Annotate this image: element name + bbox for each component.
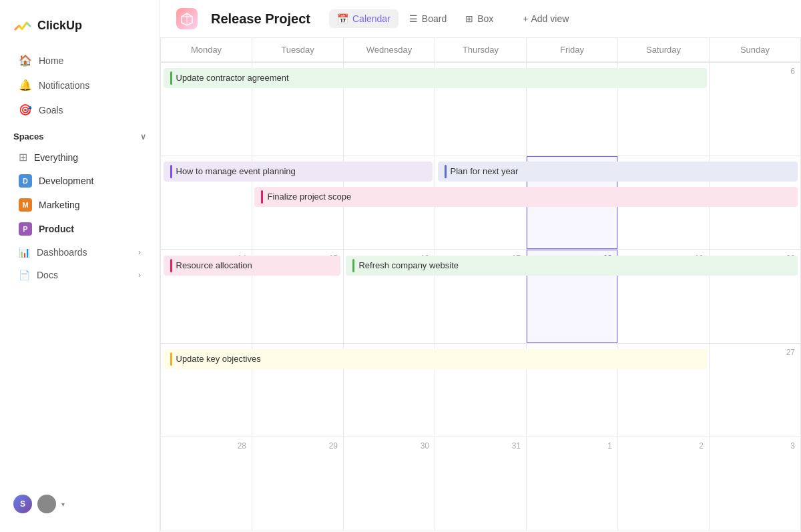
day-header-tuesday: Tuesday — [252, 38, 344, 62]
box-icon: ⊞ — [465, 13, 473, 24]
calendar-cell-4-5[interactable]: 2 — [618, 437, 710, 531]
user-dropdown-icon[interactable]: ▾ — [61, 501, 65, 508]
cell-inner-4-5: 2 — [618, 437, 709, 531]
calendar-cell-4-4[interactable]: 1 — [527, 437, 618, 531]
sidebar-item-development-label: Development — [39, 176, 94, 186]
task-indicator-1-0 — [170, 165, 172, 178]
task-bar-0-0[interactable]: Update contractor agreement — [164, 68, 707, 88]
development-avatar: D — [19, 174, 32, 188]
calendar-week-4: 28293031123 — [161, 437, 801, 531]
day-header-wednesday: Wednesday — [344, 38, 435, 62]
calendar: Monday Tuesday Wednesday Thursday Friday… — [160, 38, 801, 532]
task-bar-2-1[interactable]: Refresh company website — [346, 256, 798, 276]
user-photo — [37, 495, 56, 513]
avatar-img — [37, 495, 56, 513]
cell-inner-4-6: 3 — [710, 437, 800, 531]
task-bar-1-1[interactable]: Plan for next year — [438, 162, 798, 182]
home-icon: 🏠 — [19, 54, 32, 67]
task-indicator-3-0 — [170, 352, 172, 366]
docs-icon: 📄 — [19, 270, 30, 280]
svg-point-0 — [43, 499, 50, 505]
task-indicator-1-2 — [261, 190, 263, 204]
cell-number-4-4: 1 — [527, 437, 617, 455]
main-content: Release Project 📅 Calendar ☰ Board ⊞ Box… — [160, 0, 801, 532]
calendar-cell-4-0[interactable]: 28 — [161, 437, 252, 531]
sidebar-item-home-label: Home — [39, 55, 63, 66]
day-header-monday: Monday — [161, 38, 252, 62]
sidebar: ClickUp 🏠 Home 🔔 Notifications 🎯 Goals S… — [0, 0, 160, 532]
calendar-cell-4-6[interactable]: 3 — [710, 437, 801, 531]
sidebar-item-everything[interactable]: ⊞ Everything — [5, 146, 154, 168]
spaces-label: Spaces — [13, 131, 44, 142]
cell-inner-4-0: 28 — [161, 437, 252, 531]
calendar-cell-0-6[interactable]: 6 — [710, 62, 801, 156]
board-icon: ☰ — [409, 13, 418, 24]
tab-calendar-label: Calendar — [352, 13, 390, 24]
tab-calendar[interactable]: 📅 Calendar — [329, 9, 398, 28]
sidebar-item-dashboards[interactable]: 📊 Dashboards › — [5, 242, 154, 263]
tab-box[interactable]: ⊞ Box — [457, 9, 501, 28]
sidebar-item-docs-label: Docs — [37, 270, 58, 280]
tab-box-label: Box — [477, 13, 493, 24]
calendar-cell-4-2[interactable]: 30 — [344, 437, 435, 531]
dashboards-icon: 📊 — [19, 247, 30, 258]
spaces-section: Spaces ∨ — [0, 122, 160, 146]
cell-number-4-5: 2 — [618, 437, 709, 455]
clickup-logo-icon — [13, 16, 32, 35]
docs-chevron: › — [138, 270, 141, 280]
logo-area: ClickUp — [0, 11, 160, 48]
user-area: S ▾ — [0, 487, 160, 521]
add-view-button[interactable]: + Add view — [515, 9, 577, 28]
sidebar-item-goals[interactable]: 🎯 Goals — [5, 98, 154, 121]
svg-point-1 — [41, 505, 53, 513]
grid-icon: ⊞ — [19, 151, 27, 164]
spaces-chevron[interactable]: ∨ — [140, 132, 146, 142]
day-header-sunday: Sunday — [710, 38, 801, 62]
task-bar-1-0[interactable]: How to manage event planning — [164, 162, 433, 182]
sidebar-item-home[interactable]: 🏠 Home — [5, 49, 154, 72]
cell-number-4-2: 30 — [344, 437, 435, 455]
calendar-cell-3-6[interactable]: 27 — [710, 344, 801, 437]
task-indicator-0-0 — [170, 71, 172, 85]
marketing-avatar: M — [19, 198, 32, 212]
task-indicator-2-0 — [170, 259, 172, 272]
header: Release Project 📅 Calendar ☰ Board ⊞ Box… — [160, 0, 801, 38]
calendar-table: Monday Tuesday Wednesday Thursday Friday… — [160, 38, 801, 531]
task-bar-3-0[interactable]: Update key objectives — [164, 349, 707, 369]
tab-board-label: Board — [422, 13, 447, 24]
sidebar-item-everything-label: Everything — [34, 152, 78, 163]
product-avatar: P — [19, 222, 32, 236]
sidebar-item-product-label: Product — [39, 224, 74, 234]
view-tabs: 📅 Calendar ☰ Board ⊞ Box — [329, 9, 501, 28]
sidebar-item-goals-label: Goals — [39, 105, 63, 115]
calendar-header: Monday Tuesday Wednesday Thursday Friday… — [161, 38, 801, 62]
sidebar-item-docs[interactable]: 📄 Docs › — [5, 264, 154, 286]
sidebar-item-marketing[interactable]: M Marketing — [5, 194, 154, 216]
calendar-cell-4-3[interactable]: 31 — [435, 437, 527, 531]
project-icon — [176, 8, 198, 29]
task-indicator-2-1 — [352, 259, 354, 272]
cell-number-4-0: 28 — [161, 437, 252, 455]
sidebar-item-notifications[interactable]: 🔔 Notifications — [5, 73, 154, 97]
tab-board[interactable]: ☰ Board — [401, 9, 455, 28]
cell-inner-4-2: 30 — [344, 437, 435, 531]
bell-icon: 🔔 — [19, 79, 32, 91]
sidebar-item-development[interactable]: D Development — [5, 170, 154, 192]
sidebar-item-product[interactable]: P Product — [5, 218, 154, 240]
cell-inner-0-6: 6 — [710, 63, 800, 156]
task-bar-1-2[interactable]: Finalize project scope — [254, 187, 798, 207]
cell-number-4-6: 3 — [710, 437, 800, 455]
cell-inner-4-3: 31 — [435, 437, 526, 531]
dashboards-chevron: › — [138, 248, 141, 257]
sidebar-item-dashboards-label: Dashboards — [37, 247, 87, 258]
project-title: Release Project — [211, 11, 310, 27]
cell-number-4-3: 31 — [435, 437, 526, 455]
cell-inner-3-6: 27 — [710, 344, 800, 437]
cell-number-4-1: 29 — [252, 437, 343, 455]
sidebar-item-notifications-label: Notifications — [39, 80, 89, 91]
calendar-cell-4-1[interactable]: 29 — [252, 437, 344, 531]
day-header-saturday: Saturday — [618, 38, 710, 62]
plus-icon: + — [523, 13, 528, 24]
task-bar-2-0[interactable]: Resource allocation — [164, 256, 341, 276]
cell-inner-4-4: 1 — [527, 437, 617, 531]
